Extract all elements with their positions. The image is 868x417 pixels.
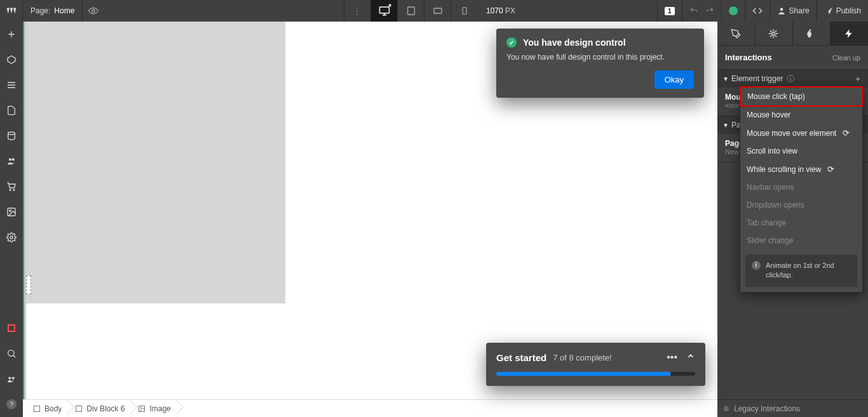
svg-point-12 [10, 210, 11, 212]
more-icon[interactable]: ••• [667, 352, 677, 363]
publish-button[interactable]: Publish [817, 0, 868, 22]
dropdown-item: Slider change [740, 232, 862, 249]
page-name: Home [54, 6, 74, 15]
svg-point-15 [8, 377, 11, 380]
svg-point-5 [780, 8, 783, 11]
dropdown-item: Tab change [740, 214, 862, 232]
crumb-image[interactable]: Image [132, 400, 177, 417]
check-icon: ✓ [506, 37, 517, 48]
dropdown-item[interactable]: While scrolling in view [740, 160, 862, 178]
svg-point-20 [140, 407, 142, 408]
tab-settings[interactable] [755, 22, 792, 45]
svg-point-9 [10, 189, 11, 190]
svg-rect-17 [34, 406, 40, 411]
device-desktop[interactable] [370, 0, 397, 22]
device-tablet-landscape[interactable] [424, 0, 451, 22]
breadcrumb: Body Div Block 6 Image [23, 399, 717, 417]
design-control-toast: ✓ You have design control You now have f… [496, 29, 704, 98]
loop-icon [843, 128, 850, 138]
svg-point-0 [92, 10, 95, 12]
panel-title: Interactions [725, 53, 772, 62]
ecommerce[interactable] [0, 174, 23, 199]
canvas-width: 1070 PX [477, 6, 524, 15]
legacy-interactions[interactable]: Legacy Interactions [717, 399, 868, 417]
add-element[interactable] [0, 22, 23, 47]
webflow-logo[interactable] [0, 0, 23, 22]
tab-effects[interactable] [793, 22, 831, 45]
page-label: Page: [31, 6, 50, 15]
get-started-progress: 7 of 8 complete! [553, 353, 612, 362]
collaborators[interactable]: 1 [657, 0, 682, 22]
collapse-icon[interactable] [686, 352, 695, 363]
tab-interactions[interactable] [831, 22, 868, 45]
dropdown-item: Navbar opens [740, 178, 862, 196]
undo-button[interactable] [682, 0, 705, 22]
crumb-body[interactable]: Body [27, 400, 69, 417]
placeholder-image[interactable] [26, 22, 285, 303]
dropdown-item: Dropdown opens [740, 196, 862, 214]
svg-rect-1 [379, 7, 389, 13]
svg-point-16 [12, 377, 15, 380]
dropdown-item[interactable]: Mouse hover [740, 106, 862, 124]
empty-element[interactable] [26, 275, 31, 295]
users[interactable] [0, 149, 23, 174]
add-trigger[interactable]: ＋ [854, 74, 862, 84]
dropdown-item[interactable]: Mouse move over element [740, 124, 862, 142]
svg-rect-2 [407, 7, 414, 15]
loop-icon [827, 164, 834, 174]
dropdown-item[interactable]: Mouse click (tap) [740, 86, 863, 107]
progress-track [496, 372, 695, 376]
video-tutorials[interactable] [0, 366, 23, 392]
audit[interactable] [0, 315, 23, 341]
redo-button[interactable] [705, 0, 721, 22]
page-selector[interactable]: Page: Home [23, 0, 83, 22]
help[interactable]: ? [0, 392, 23, 417]
settings[interactable] [0, 225, 23, 250]
svg-point-14 [8, 350, 14, 356]
cleanup-button[interactable]: Clean up [832, 54, 860, 62]
svg-point-10 [13, 189, 15, 190]
svg-rect-3 [433, 8, 441, 13]
more-options[interactable]: ⋮ [344, 0, 370, 22]
svg-point-7 [9, 158, 11, 161]
svg-point-21 [772, 32, 775, 35]
section-element-trigger[interactable]: ▾Element trigger ⓘ ＋ [717, 70, 868, 88]
assets[interactable] [0, 199, 23, 225]
get-started-title: Get started [496, 352, 546, 363]
export-code[interactable] [745, 0, 770, 22]
navigator[interactable] [0, 72, 23, 98]
svg-point-13 [10, 236, 13, 239]
pages[interactable] [0, 98, 23, 123]
preview-toggle[interactable] [83, 0, 104, 22]
svg-rect-4 [463, 8, 466, 15]
search[interactable] [0, 341, 23, 366]
device-tablet[interactable] [397, 0, 424, 22]
okay-button[interactable]: Okay [654, 70, 694, 89]
status-ok[interactable] [721, 0, 745, 22]
symbols[interactable] [0, 47, 23, 72]
svg-point-8 [12, 158, 15, 161]
get-started-panel[interactable]: Get started 7 of 8 complete! ••• [486, 343, 705, 386]
dropdown-item[interactable]: Scroll into view [740, 142, 862, 160]
device-mobile[interactable] [451, 0, 477, 22]
svg-rect-18 [76, 406, 82, 411]
cms[interactable] [0, 123, 23, 149]
tab-style[interactable] [717, 22, 755, 45]
share-button[interactable]: Share [770, 0, 817, 22]
crumb-div[interactable]: Div Block 6 [69, 400, 132, 417]
progress-fill [496, 372, 670, 376]
trigger-dropdown: Mouse click (tap)Mouse hoverMouse move o… [740, 86, 863, 293]
dropdown-info: i Animate on 1st or 2nd click/tap. [745, 255, 857, 287]
svg-point-6 [8, 132, 15, 135]
